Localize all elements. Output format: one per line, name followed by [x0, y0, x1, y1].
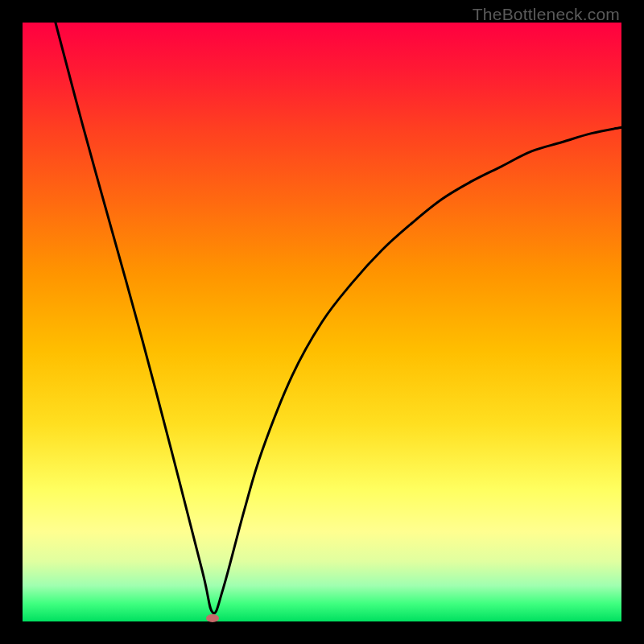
chart-frame: TheBottleneck.com — [0, 0, 644, 644]
optimal-point-marker — [206, 614, 219, 622]
plot-area — [23, 23, 621, 621]
bottleneck-curve — [56, 23, 621, 613]
curve-layer — [23, 23, 621, 621]
watermark-text: TheBottleneck.com — [473, 5, 620, 24]
